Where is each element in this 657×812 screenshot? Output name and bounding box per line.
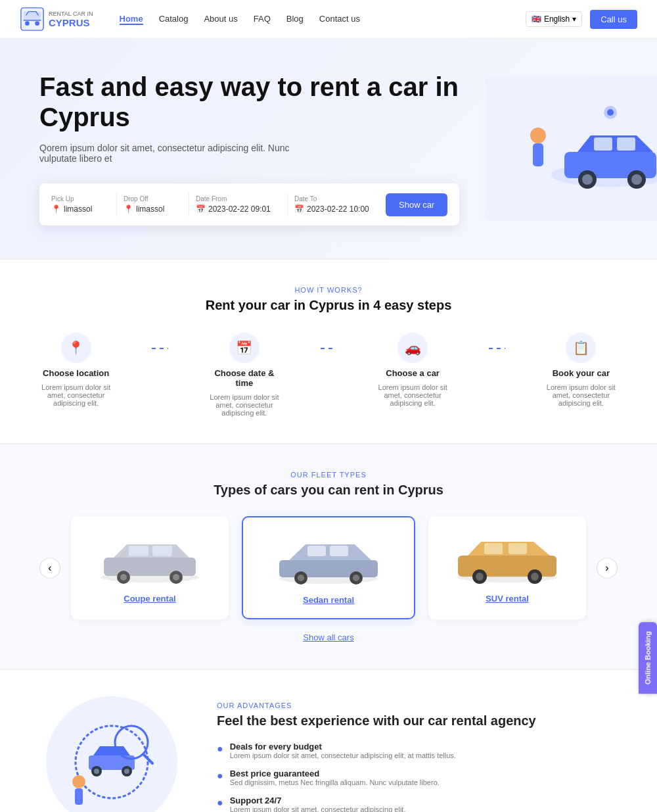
svg-point-12 <box>631 174 642 185</box>
svg-rect-14 <box>533 143 543 166</box>
svg-point-31 <box>173 574 179 581</box>
step-connector-2 <box>321 348 337 349</box>
pickup-input[interactable] <box>64 204 110 214</box>
advantages-content: Our advantages Feel the best experience … <box>217 702 618 812</box>
cars-section: Our fleet types Types of cars you can re… <box>0 444 657 669</box>
nav-right: 🇬🇧 English ▾ Call us <box>526 10 637 29</box>
advantages-label: Our advantages <box>217 702 618 709</box>
call-us-button[interactable]: Call us <box>590 10 637 29</box>
step-1-desc: Lorem ipsum dolor sit amet, consectetur … <box>39 383 112 407</box>
car-1-image <box>84 529 215 588</box>
advantage-1-icon: ● <box>217 743 223 759</box>
date-from-field: Date From 📅 <box>196 195 281 214</box>
svg-rect-7 <box>594 137 612 151</box>
advantage-3-desc: Lorem ipsum dolor sit amet, consectetur … <box>230 805 406 812</box>
svg-point-39 <box>353 575 359 581</box>
svg-rect-34 <box>307 546 326 556</box>
advantage-2-icon: ● <box>217 770 223 786</box>
svg-point-10 <box>582 174 593 185</box>
step-3-title: Choose a car <box>386 368 440 378</box>
svg-rect-25 <box>104 558 196 576</box>
booking-bar: Pick Up 📍 Drop Off 📍 Date From 📅 <box>39 183 459 226</box>
calendar-to-icon: 📅 <box>294 204 304 214</box>
nav-catalog[interactable]: Catalog <box>159 14 189 25</box>
step-3-desc: Lorem ipsum dolor sit amet, consectetur … <box>376 383 449 407</box>
advantage-2: ● Best price guaranteed Sed dignissim, m… <box>217 769 618 786</box>
dropoff-label: Drop Off <box>124 195 182 203</box>
hero-illustration: ★★★★ <box>486 76 657 221</box>
step-2-title: Choose date & time <box>208 368 281 388</box>
steps-title: Rent your car in Cyprus in 4 easy steps <box>39 298 618 313</box>
cars-title: Types of cars you can rent in Cyprus <box>39 483 618 498</box>
svg-point-3 <box>35 21 39 26</box>
date-to-label: Date To <box>294 195 379 203</box>
svg-point-54 <box>124 769 129 774</box>
advantage-1-desc: Lorem ipsum dolor sit amet, consectetur … <box>230 752 456 759</box>
dropoff-location-icon: 📍 <box>124 204 133 214</box>
car-2-image <box>256 531 401 590</box>
svg-point-13 <box>530 128 546 143</box>
step-1: 📍 Choose location Lorem ipsum dolor sit … <box>39 333 112 407</box>
svg-rect-26 <box>129 546 148 556</box>
lang-button[interactable]: 🇬🇧 English ▾ <box>526 11 582 27</box>
advantages-title: Feel the best experience with our car re… <box>217 713 618 728</box>
online-booking-button[interactable]: Online Booking <box>639 622 657 694</box>
svg-rect-27 <box>152 546 172 556</box>
svg-rect-33 <box>279 560 378 577</box>
car-1-name: Coupe rental <box>84 594 215 604</box>
step-2: 📅 Choose date & time Lorem ipsum dolor s… <box>208 333 281 417</box>
advantage-3-title: Support 24/7 <box>230 796 406 805</box>
nav-faq[interactable]: FAQ <box>254 14 271 25</box>
advantages-image <box>39 696 184 812</box>
nav-about[interactable]: About us <box>204 14 237 25</box>
nav-blog[interactable]: Blog <box>286 14 304 25</box>
nav-home[interactable]: Home <box>120 14 143 25</box>
advantage-3: ● Support 24/7 Lorem ipsum dolor sit ame… <box>217 796 618 812</box>
nav-links: Home Catalog About us FAQ Blog Contact u… <box>120 14 526 25</box>
logo-text: RENTAL CAR IN CYPRUS <box>49 11 93 28</box>
hero-section: Fast and easy way to rent a car in Cypru… <box>0 39 657 258</box>
nav-contact[interactable]: Contact us <box>319 14 360 25</box>
svg-point-37 <box>298 575 304 581</box>
show-car-button[interactable]: Show car <box>386 193 447 216</box>
step-2-desc: Lorem ipsum dolor sit amet, consectetur … <box>208 393 281 417</box>
hero-image: ★★★★ <box>486 76 657 221</box>
car-2-name: Sedan rental <box>256 595 401 605</box>
svg-point-29 <box>120 574 127 581</box>
step-4-title: Book your car <box>553 368 610 378</box>
cars-prev-button[interactable]: ‹ <box>39 558 60 579</box>
advantage-3-icon: ● <box>217 797 223 812</box>
logo-icon <box>20 7 45 32</box>
date-to-field: Date To 📅 <box>294 195 379 214</box>
location-icon: 📍 <box>51 204 61 214</box>
car-card-3: SUV rental <box>428 516 586 619</box>
pickup-field: Pick Up 📍 <box>51 195 110 214</box>
svg-rect-8 <box>617 137 635 151</box>
dropoff-input[interactable] <box>136 204 182 214</box>
step-4-desc: Lorem ipsum dolor sit amet, consectetur … <box>545 383 618 407</box>
step-4: 📋 Book your car Lorem ipsum dolor sit am… <box>545 333 618 407</box>
hero-title: Fast and easy way to rent a car in Cypru… <box>39 72 459 132</box>
show-all-cars-link[interactable]: Show all cars <box>303 633 353 642</box>
pickup-label: Pick Up <box>51 195 110 203</box>
steps-section: How it works? Rent your car in Cyprus in… <box>0 260 657 443</box>
svg-point-2 <box>25 21 30 26</box>
svg-point-52 <box>94 769 99 774</box>
step-2-icon: 📅 <box>229 333 260 363</box>
advantage-2-desc: Sed dignissim, metus Nec fringilla aliqu… <box>230 778 440 786</box>
steps-grid: 📍 Choose location Lorem ipsum dolor sit … <box>39 333 618 417</box>
svg-rect-43 <box>509 543 527 554</box>
car-card-2: Sedan rental <box>242 516 415 619</box>
step-connector-1 <box>152 348 168 349</box>
svg-point-47 <box>531 573 539 581</box>
date-to-input[interactable] <box>307 204 379 214</box>
step-3-icon: 🚗 <box>397 333 428 363</box>
date-from-input[interactable] <box>208 204 281 214</box>
calendar-icon: 📅 <box>196 204 206 214</box>
date-from-label: Date From <box>196 195 281 203</box>
cars-next-button[interactable]: › <box>597 558 618 579</box>
car-3-name: SUV rental <box>442 594 573 604</box>
logo[interactable]: RENTAL CAR IN CYPRUS <box>20 7 93 32</box>
cars-label: Our fleet types <box>39 471 618 479</box>
hero-subtitle: Qorem ipsum dolor sit amet, consectetur … <box>39 143 328 164</box>
